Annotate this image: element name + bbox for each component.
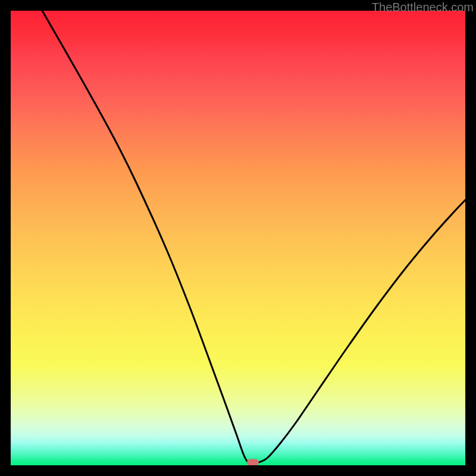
bottleneck-curve xyxy=(42,11,465,463)
chart-frame: TheBottleneck.com xyxy=(0,0,476,476)
optimal-marker xyxy=(247,459,259,466)
curve-layer xyxy=(11,11,465,465)
watermark-text: TheBottleneck.com xyxy=(372,1,474,14)
plot-area xyxy=(11,11,465,465)
